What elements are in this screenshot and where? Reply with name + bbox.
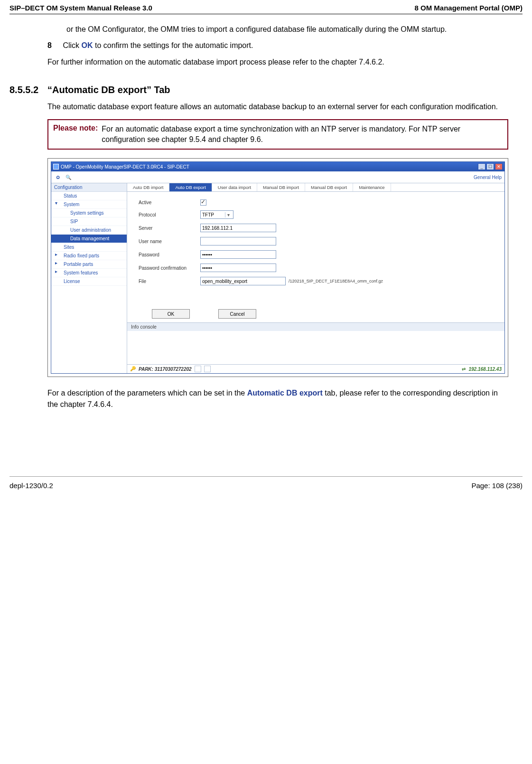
minimize-button[interactable]: _: [478, 163, 485, 170]
info-console-body: [127, 331, 504, 364]
sidebar-item-system-features[interactable]: System features: [51, 269, 127, 277]
label-password-confirm: Password confirmation: [139, 265, 200, 271]
tabs-row: Auto DB import Auto DB export User data …: [127, 183, 504, 192]
label-username: User name: [139, 239, 200, 244]
footer-left: depl-1230/0.2: [9, 481, 53, 490]
chevron-right-icon[interactable]: ▸: [55, 260, 57, 265]
step-8-text: Click OK to confirm the settings for the…: [63, 41, 504, 50]
sidebar-item-user-admin[interactable]: User administration: [51, 226, 127, 235]
header-left: SIP–DECT OM System Manual Release 3.0: [9, 4, 152, 12]
label-protocol: Protocol: [139, 212, 200, 217]
chevron-right-icon[interactable]: ▸: [55, 269, 57, 274]
sidebar-item-system-settings[interactable]: System settings: [51, 209, 127, 217]
footer-right: Page: 108 (238): [471, 481, 523, 490]
search-icon[interactable]: 🔍: [65, 173, 72, 181]
window-title: OMP - OpenMobility ManagerSIP-DECT 3.0RC…: [61, 164, 189, 170]
tab-maintenance[interactable]: Maintenance: [353, 183, 391, 191]
status-ip: 192.168.112.43: [468, 367, 502, 372]
status-icon-2[interactable]: [204, 366, 211, 372]
protocol-select[interactable]: TFTP ▾: [200, 210, 233, 219]
chevron-right-icon[interactable]: ▸: [55, 252, 57, 257]
sidebar-item-data-management[interactable]: Data management: [51, 235, 127, 243]
password-confirm-input[interactable]: [200, 264, 276, 272]
cancel-button[interactable]: Cancel: [218, 309, 256, 319]
dropdown-caret-icon: ▾: [225, 212, 232, 217]
note-text: For an automatic database export a time …: [102, 124, 503, 145]
username-input[interactable]: [200, 237, 276, 245]
close-button[interactable]: ✕: [495, 163, 503, 170]
label-active: Active: [139, 200, 200, 205]
screenshot-figure: OMP - OpenMobility ManagerSIP-DECT 3.0RC…: [47, 158, 508, 377]
park-id: PARK: 31170307272202: [139, 367, 192, 372]
chevron-down-icon[interactable]: ▾: [55, 200, 57, 206]
paragraph-further-info: For further information on the automatic…: [47, 57, 508, 67]
auto-db-export-keyword: Automatic DB export: [247, 389, 323, 397]
section-title: “Automatic DB export” Tab: [47, 85, 170, 95]
app-icon: [53, 164, 59, 170]
sidebar-item-system[interactable]: System: [51, 200, 127, 209]
status-bar: 🔑 PARK: 31170307272202 ⇄ 192.168.112.43: [127, 364, 504, 373]
maximize-button[interactable]: ☐: [486, 163, 494, 170]
info-console-header: Info console: [127, 322, 504, 331]
paragraph-intro-continued: or the OM Configurator, the OMM tries to…: [66, 24, 508, 35]
gear-icon[interactable]: ✿: [54, 173, 62, 181]
server-input[interactable]: [200, 224, 276, 232]
label-server: Server: [139, 226, 200, 231]
toolbar-links[interactable]: General Help: [474, 175, 502, 180]
paragraph-export-intro: The automatic database export feature al…: [47, 101, 508, 112]
sidebar-item-sip[interactable]: SIP: [51, 217, 127, 226]
step-number-8: 8: [47, 41, 61, 50]
key-icon: 🔑: [130, 366, 136, 372]
password-input[interactable]: [200, 250, 276, 259]
sidebar-item-status[interactable]: Status: [51, 192, 127, 200]
ok-keyword: OK: [82, 41, 93, 49]
tab-manual-db-export[interactable]: Manual DB export: [305, 183, 353, 191]
file-input[interactable]: [200, 277, 286, 285]
file-suffix-text: /120218_SIP_DECT_1F1E18E8A4_omm_conf.gz: [289, 279, 383, 283]
tab-auto-db-import[interactable]: Auto DB import: [127, 183, 169, 191]
form-area: Active Protocol TFTP ▾ Server: [127, 192, 504, 322]
status-icon-1[interactable]: [195, 366, 201, 372]
header-right: 8 OM Management Portal (OMP): [414, 4, 523, 12]
please-note-box: Please note: For an automatic database e…: [47, 119, 508, 150]
active-checkbox[interactable]: [200, 199, 206, 206]
sidebar: Configuration Status ▾System System sett…: [51, 183, 127, 373]
sidebar-item-portable-parts[interactable]: Portable parts: [51, 260, 127, 269]
section-number: 8.5.5.2: [9, 85, 47, 95]
ok-button[interactable]: OK: [152, 309, 190, 319]
sidebar-item-sites[interactable]: Sites: [51, 243, 127, 252]
sidebar-item-license[interactable]: License: [51, 277, 127, 286]
tab-auto-db-export[interactable]: Auto DB export: [169, 183, 212, 191]
label-password: Password: [139, 252, 200, 257]
paragraph-desc-ref: For a description of the parameters whic…: [47, 387, 508, 409]
label-file: File: [139, 279, 200, 284]
tab-user-data-import[interactable]: User data import: [212, 183, 257, 191]
connection-icon: ⇄: [462, 367, 466, 372]
tab-manual-db-import[interactable]: Manual DB import: [257, 183, 305, 191]
sidebar-heading: Configuration: [51, 183, 127, 192]
window-titlebar: OMP - OpenMobility ManagerSIP-DECT 3.0RC…: [51, 162, 504, 171]
note-label: Please note:: [53, 124, 98, 145]
sidebar-item-radio-fixed[interactable]: Radio fixed parts: [51, 252, 127, 260]
